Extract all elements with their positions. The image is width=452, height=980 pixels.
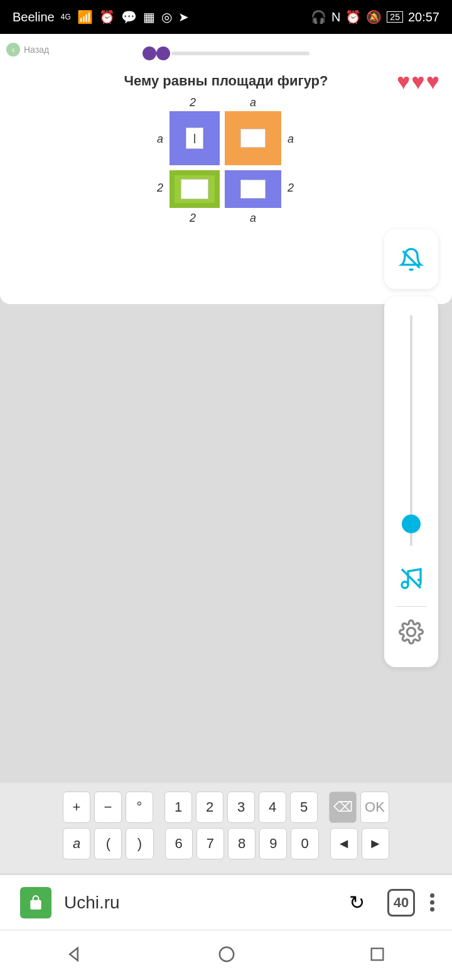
dim-label: a xyxy=(250,212,256,225)
time-label: 20:57 xyxy=(408,10,439,24)
figure-area: 2 a a a 2 2 2 a | xyxy=(144,99,308,237)
music-off-icon xyxy=(399,566,424,591)
menu-button[interactable] xyxy=(425,893,439,912)
heart-icon: ♥ xyxy=(426,68,439,95)
address-bar[interactable]: Uchi.ru ↻ xyxy=(13,884,377,922)
bell-off-icon xyxy=(399,247,424,272)
shape-purple-tall: | xyxy=(170,111,220,165)
area-input[interactable]: | xyxy=(186,128,203,149)
question-text: Чему равны площади фигур? xyxy=(0,73,452,89)
media-mute-button[interactable] xyxy=(399,566,424,594)
heart-icon: ♥ xyxy=(397,68,410,95)
dim-label: 2 xyxy=(190,212,196,225)
svg-point-0 xyxy=(220,947,234,961)
app-icon: ▦ xyxy=(143,9,155,24)
shape-green-square xyxy=(170,170,220,208)
key-a[interactable]: a xyxy=(63,828,90,859)
system-nav-bar xyxy=(0,930,452,980)
dim-label: a xyxy=(250,96,256,109)
area-input[interactable] xyxy=(240,129,266,148)
key-lparen[interactable]: ( xyxy=(94,828,122,859)
lock-icon xyxy=(20,887,51,918)
back-label: Назад xyxy=(24,45,49,55)
clock-icon: ⏰ xyxy=(345,9,361,24)
area-input[interactable] xyxy=(240,180,266,199)
dim-label: a xyxy=(157,133,163,146)
key-2[interactable]: 2 xyxy=(196,792,223,823)
shape-blue-wide xyxy=(225,170,281,208)
gear-icon xyxy=(399,619,424,645)
key-plus[interactable]: + xyxy=(63,792,90,823)
carrier-label: Beeline xyxy=(13,10,55,24)
chat-icon: 💬 xyxy=(121,9,137,24)
nfc-icon: N xyxy=(331,10,340,24)
settings-button[interactable] xyxy=(399,619,424,647)
volume-panel xyxy=(384,297,438,667)
status-bar: Beeline 4G 📶 ⏰ 💬 ▦ ◎ ➤ 🎧 N ⏰ 🔕 25 20:57 xyxy=(0,0,452,34)
dim-label: 2 xyxy=(288,182,294,195)
battery-icon: 25 xyxy=(387,11,403,23)
signal-icon: 📶 xyxy=(77,9,93,24)
slider-thumb[interactable] xyxy=(402,514,421,533)
headphones-icon: 🎧 xyxy=(311,9,326,24)
progress-indicator xyxy=(0,46,452,60)
browser-bar: Uchi.ru ↻ 40 xyxy=(0,874,452,930)
key-left[interactable]: ◄ xyxy=(330,828,358,859)
key-8[interactable]: 8 xyxy=(228,828,256,859)
chevron-left-icon: ‹ xyxy=(6,43,20,57)
key-7[interactable]: 7 xyxy=(196,828,224,859)
key-minus[interactable]: − xyxy=(94,792,122,823)
heart-icon: ♥ xyxy=(411,68,424,95)
svg-rect-1 xyxy=(371,948,383,960)
key-right[interactable]: ► xyxy=(362,828,389,859)
reload-button[interactable]: ↻ xyxy=(349,891,365,913)
alarm-icon: ⏰ xyxy=(99,9,115,24)
dim-label: a xyxy=(288,133,294,146)
dim-label: 2 xyxy=(157,182,163,195)
nav-home-button[interactable] xyxy=(217,945,236,966)
key-degree[interactable]: ° xyxy=(126,792,153,823)
key-5[interactable]: 5 xyxy=(290,792,318,823)
nav-recent-button[interactable] xyxy=(369,945,386,966)
key-0[interactable]: 0 xyxy=(291,828,318,859)
key-3[interactable]: 3 xyxy=(227,792,255,823)
mute-icon: 🔕 xyxy=(366,9,382,24)
shape-orange-square xyxy=(225,111,281,165)
key-9[interactable]: 9 xyxy=(259,828,287,859)
math-keyboard: + − ° 1 2 3 4 5 ⌫ OK a ( ) 6 7 8 9 0 ◄ ► xyxy=(0,783,452,873)
key-rparen[interactable]: ) xyxy=(126,828,153,859)
nav-back-button[interactable] xyxy=(66,945,85,966)
lives-display: ♥ ♥ ♥ xyxy=(397,68,439,95)
network-label: 4G xyxy=(61,13,71,21)
key-backspace[interactable]: ⌫ xyxy=(329,792,357,823)
tabs-button[interactable]: 40 xyxy=(387,889,415,917)
dim-label: 2 xyxy=(190,96,196,109)
key-1[interactable]: 1 xyxy=(164,792,192,823)
area-input[interactable] xyxy=(181,179,208,199)
instagram-icon: ◎ xyxy=(161,9,172,24)
url-text: Uchi.ru xyxy=(64,893,120,913)
key-6[interactable]: 6 xyxy=(165,828,193,859)
key-ok[interactable]: OK xyxy=(360,792,389,823)
key-4[interactable]: 4 xyxy=(259,792,286,823)
notifications-mute-button[interactable] xyxy=(384,229,438,289)
telegram-icon: ➤ xyxy=(178,9,189,24)
volume-slider[interactable] xyxy=(410,315,412,546)
